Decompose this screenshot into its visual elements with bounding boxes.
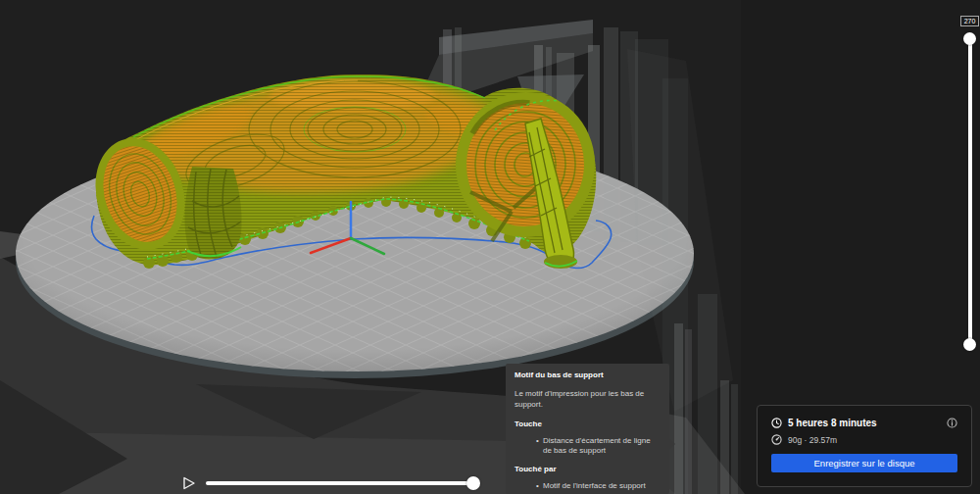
print-job-panel: 5 heures 8 minutes 90g · 29.57m Enregist…: [757, 405, 972, 487]
preview-info-icon[interactable]: [947, 418, 957, 428]
clock-icon: [771, 418, 782, 428]
tooltip-title: Motif du bas de support: [514, 370, 661, 380]
tooltip-affected-by-item: Motif de l'interface de support: [543, 481, 661, 491]
simulation-slider-track[interactable]: [206, 481, 477, 485]
tooltip-affected-by-list: Motif de l'interface de support Extrudeu…: [514, 481, 661, 494]
play-icon: [181, 475, 197, 491]
layer-slider-track[interactable]: [968, 38, 972, 345]
setting-tooltip: Motif du bas de support Le motif d'impre…: [506, 364, 669, 494]
material-usage-icon: [771, 434, 782, 445]
save-to-disk-button[interactable]: Enregistrer sur le disque: [771, 454, 957, 472]
tooltip-affects-list: Distance d'écartement de ligne de bas de…: [514, 436, 661, 457]
tree-support-left: [185, 167, 242, 260]
tooltip-description: Le motif d'impression pour les bas de su…: [514, 389, 661, 410]
material-estimate: 90g · 29.57m: [788, 435, 837, 445]
tooltip-affected-by-label: Touché par: [514, 465, 661, 474]
layer-slider-upper-handle[interactable]: [963, 32, 976, 45]
simulation-slider-handle[interactable]: [466, 476, 480, 490]
tooltip-affects-label: Touche: [514, 420, 661, 429]
tooltip-affects-item: Distance d'écartement de ligne de bas de…: [543, 436, 661, 457]
simulation-play-button[interactable]: [181, 475, 197, 491]
layer-slider-lower-handle[interactable]: [963, 338, 976, 351]
layer-number-indicator: 270: [960, 16, 979, 26]
slicer-preview-screen: Motif du bas de support Le motif d'impre…: [0, 0, 980, 494]
print-time-estimate: 5 heures 8 minutes: [788, 418, 877, 428]
